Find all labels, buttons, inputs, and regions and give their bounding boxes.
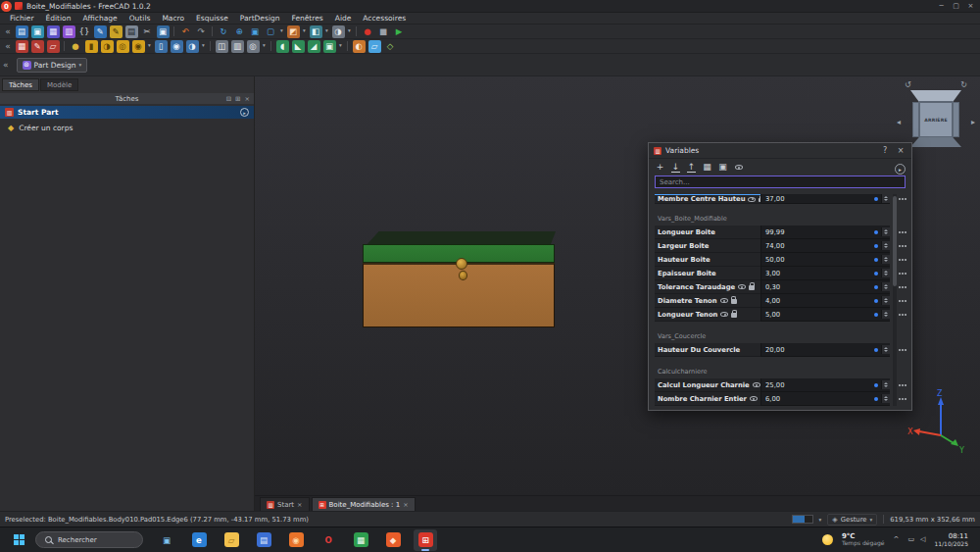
dialog-titlebar[interactable]: ▥ Variables ? ×	[649, 143, 911, 159]
row-menu-button[interactable]	[898, 253, 907, 267]
edge-icon[interactable]: e	[187, 529, 211, 551]
additive-pipe[interactable]: ◉	[132, 40, 145, 53]
menu-item[interactable]: Accessoires	[357, 14, 412, 23]
row-menu-button[interactable]	[898, 280, 907, 294]
zoom-fit[interactable]: ▣	[249, 25, 262, 38]
visibility-button[interactable]	[734, 165, 743, 170]
chevron-down[interactable]: ▾	[262, 40, 268, 53]
variable-row[interactable]: Hauteur Du Couvercle 20,00	[655, 343, 907, 357]
variable-row[interactable]: Epaisseur Boite 3,00	[655, 267, 907, 280]
view-isometric[interactable]: ◩	[287, 25, 300, 38]
design-pencil[interactable]: ✎	[110, 25, 122, 38]
import-button[interactable]: ↓	[671, 163, 680, 172]
groove[interactable]: ◑	[186, 40, 199, 53]
chevron-down[interactable]: ▾	[201, 40, 207, 53]
eye-icon[interactable]	[753, 382, 760, 387]
value-spinner[interactable]	[881, 296, 890, 305]
separator[interactable]	[210, 41, 211, 51]
variable-value-cell[interactable]: 74,00	[760, 239, 890, 253]
weather-widget[interactable]: 9°C Temps dégagé	[842, 532, 885, 547]
variable-value-cell[interactable]: 0,30	[760, 280, 890, 294]
variable-row[interactable]: Calculcharniere	[655, 365, 907, 378]
variable-name-cell[interactable]: Diametre Tenon	[655, 294, 760, 308]
rotate-right-arrow[interactable]: ▸	[971, 118, 975, 126]
variable-row[interactable]: Calcul Longueur Charnie 25,00	[655, 378, 907, 392]
copy[interactable]: ▣	[157, 25, 170, 38]
taskbar-search[interactable]: Rechercher	[35, 531, 143, 548]
volume-icon[interactable]: ◁	[920, 535, 925, 543]
variable-row[interactable]: Tolerance Taraudage 0,30	[655, 280, 907, 294]
duplicate-button[interactable]: ▣	[718, 163, 727, 172]
edit-sketch[interactable]: ✎	[31, 40, 44, 53]
redo[interactable]: ↷	[195, 25, 208, 38]
dock-overlay-button[interactable]: ⊟	[226, 95, 231, 103]
row-menu-button[interactable]	[898, 267, 907, 280]
menu-item[interactable]: Édition	[40, 14, 77, 23]
boolean[interactable]: ◐	[353, 40, 366, 53]
nav-style-selector[interactable]: ◈ Gesture ▾	[827, 514, 877, 526]
polar-pattern[interactable]: ◎	[247, 40, 260, 53]
task-view-icon[interactable]: ▣	[155, 529, 178, 551]
chevron-down[interactable]: ▾	[279, 25, 285, 38]
create-body[interactable]: ●	[70, 40, 82, 53]
minimize-button[interactable]: ─	[935, 2, 948, 10]
additive-loft[interactable]: ◎	[117, 40, 129, 53]
rotate-ccw-icon[interactable]: ↺	[905, 80, 911, 89]
table-view-button[interactable]: ▦	[703, 163, 711, 172]
variable-row[interactable]: Hauteur Boite 50,00	[655, 253, 907, 267]
row-menu-button[interactable]	[898, 194, 907, 204]
variable-row[interactable]: Vars_Coucercle	[655, 329, 907, 343]
dock-float-button[interactable]: ⊞	[235, 95, 240, 103]
maximize-button[interactable]: ▢	[950, 2, 962, 10]
menu-item[interactable]: Affichage	[76, 14, 122, 23]
refresh[interactable]: ↻	[218, 25, 230, 38]
value-spinner[interactable]	[881, 241, 890, 250]
export-button[interactable]: ↑	[687, 163, 696, 172]
taskbar-clock[interactable]: 08:11 11/10/2025	[934, 532, 972, 548]
app-green-icon[interactable]: ▦	[349, 529, 372, 551]
eye-icon[interactable]	[738, 284, 746, 289]
document-tab[interactable]: ⊞ Boite_Modifiables : 1 ×	[312, 497, 416, 511]
datum-plane[interactable]: ▱	[368, 40, 381, 53]
variable-value-cell[interactable]: 5,00	[760, 308, 890, 322]
opera-icon[interactable]: O	[317, 529, 340, 551]
map-sketch[interactable]: ▱	[47, 40, 60, 53]
value-spinner[interactable]	[881, 227, 890, 236]
shapebinder[interactable]: ◇	[384, 40, 397, 53]
menu-item[interactable]: Fichier	[4, 14, 40, 23]
variable-name-cell[interactable]: Largeur Boite	[655, 239, 760, 253]
start-button[interactable]	[8, 529, 29, 551]
toolbar-overflow[interactable]: «	[4, 25, 13, 38]
document-tab[interactable]: ▥ Start ×	[260, 497, 310, 511]
search-input[interactable]	[660, 178, 901, 186]
macro-play[interactable]: ▶	[393, 25, 406, 38]
variable-name-cell[interactable]: Vars_Boite_Modifiable	[655, 212, 907, 226]
variable-row[interactable]: Membre Centre Hauteu 37,00	[655, 194, 907, 204]
variable-value-cell[interactable]: 3,00	[760, 267, 890, 280]
chevron-down[interactable]: ▾	[147, 40, 153, 53]
variable-value-cell[interactable]: 50,00	[760, 253, 890, 267]
box-hinge-upper[interactable]	[456, 258, 467, 270]
value-spinner[interactable]	[881, 269, 890, 277]
zoom-box[interactable]: ▢	[265, 25, 277, 38]
variable-name-cell[interactable]: Tolerance Taraudage	[655, 280, 760, 294]
dialog-scrollbar[interactable]	[893, 194, 897, 406]
nav-cube-face[interactable]: ARRIÈRE	[919, 102, 953, 137]
value-spinner[interactable]	[881, 194, 890, 203]
dock-close-button[interactable]: ×	[245, 95, 250, 103]
revolution[interactable]: ◑	[101, 40, 114, 53]
macro-record[interactable]: ●	[362, 25, 374, 38]
separator[interactable]	[356, 26, 357, 36]
paste[interactable]: ▤	[125, 25, 138, 38]
nav-cube-bottom-face[interactable]	[910, 137, 961, 147]
nav-cube-left-face[interactable]	[912, 102, 919, 137]
value-spinner[interactable]	[881, 255, 890, 264]
box-hinge-lower[interactable]	[459, 271, 467, 280]
separator[interactable]	[270, 41, 271, 51]
chevron-down-icon[interactable]: ▾	[819, 517, 822, 523]
menu-item[interactable]: Macro	[156, 14, 190, 23]
value-spinner[interactable]	[881, 394, 890, 403]
variable-name-cell[interactable]: Calculcharniere	[655, 365, 907, 378]
close-button[interactable]: ×	[964, 2, 977, 10]
draft[interactable]: ◢	[308, 40, 320, 53]
